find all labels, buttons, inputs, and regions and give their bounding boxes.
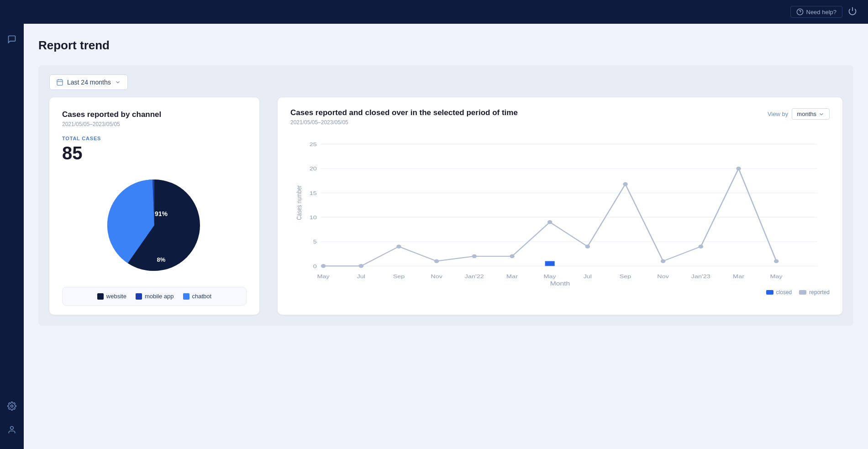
y-tick-20: 20 <box>310 166 317 172</box>
report-section: Last 24 months Cases reported by channel… <box>38 65 853 326</box>
date-filter-label: Last 24 months <box>67 79 111 86</box>
dot-reported-0 <box>321 264 326 268</box>
dot-reported-3 <box>434 259 439 263</box>
right-card-title-group: Cases reported and closed over in the se… <box>290 108 518 134</box>
sidebar-item-settings[interactable] <box>0 396 24 416</box>
legend-label-website: website <box>106 293 126 300</box>
y-axis-label: Cases number <box>295 185 302 220</box>
x-label-nov21: Nov <box>431 273 442 279</box>
y-tick-10: 10 <box>310 214 317 220</box>
x-label-jan23: Jan'23 <box>691 273 710 279</box>
legend-label-reported: reported <box>809 289 830 296</box>
dot-reported-6 <box>547 220 552 224</box>
view-by-control: View by months <box>768 108 830 120</box>
help-button[interactable]: Need help? <box>790 6 843 18</box>
user-icon <box>7 425 16 434</box>
view-by-value: months <box>797 111 816 117</box>
x-label-jan22: Jan'22 <box>465 273 484 279</box>
cards-row: Cases reported by channel 2021/05/05–202… <box>38 90 853 326</box>
power-icon <box>848 6 857 16</box>
dot-reported-4 <box>472 254 477 259</box>
line-chart-svg: Cases number 0 5 <box>290 139 830 285</box>
legend-color-reported <box>799 290 806 295</box>
right-card-header: Cases reported and closed over in the se… <box>290 108 830 134</box>
svg-point-4 <box>11 427 14 430</box>
sidebar-item-chat[interactable] <box>0 29 24 49</box>
x-label-jul22: Jul <box>584 273 592 279</box>
pie-chart-container: 91% 8% <box>62 173 247 278</box>
x-label-jul21: Jul <box>357 273 366 279</box>
dot-reported-5 <box>510 254 514 259</box>
total-cases-value: 85 <box>62 143 247 164</box>
left-card-title: Cases reported by channel <box>62 110 247 119</box>
right-card-date: 2021/05/05–2023/05/05 <box>290 119 518 126</box>
dot-reported-7 <box>585 244 590 248</box>
x-label-may22: May <box>544 273 557 279</box>
x-label-nov22: Nov <box>657 273 669 279</box>
sidebar-item-user[interactable] <box>0 420 24 440</box>
x-label-mar22: Mar <box>506 273 518 279</box>
help-icon <box>796 8 804 16</box>
y-tick-0: 0 <box>313 263 317 269</box>
main-inner: Report trend Last 24 months Cases report… <box>24 24 868 340</box>
filter-bar: Last 24 months <box>38 65 853 90</box>
chart-legend: closed reported <box>290 289 830 296</box>
help-label: Need help? <box>806 9 837 16</box>
y-tick-5: 5 <box>313 239 317 245</box>
topbar: Need help? <box>0 0 868 24</box>
legend-item-website: website <box>97 293 126 300</box>
legend-item-chatbot: chatbot <box>183 293 212 300</box>
y-tick-25: 25 <box>310 141 317 147</box>
legend-label-chatbot: chatbot <box>192 293 212 300</box>
x-label-may23: May <box>770 273 783 279</box>
power-button[interactable] <box>848 6 857 18</box>
dot-reported-9 <box>661 259 665 263</box>
pie-svg: 91% 8% <box>102 173 207 278</box>
dot-reported-11 <box>736 167 741 171</box>
pie-label-91: 91% <box>155 210 168 217</box>
left-card: Cases reported by channel 2021/05/05–202… <box>49 97 259 315</box>
chat-icon <box>7 35 16 44</box>
dot-reported-12 <box>774 259 779 263</box>
legend-dot-chatbot <box>183 293 189 300</box>
settings-icon <box>7 401 16 411</box>
legend: website mobile app chatbot <box>62 287 247 306</box>
x-label-may21: May <box>317 273 330 279</box>
dot-reported-8 <box>623 182 627 186</box>
legend-dot-mobile <box>136 293 142 300</box>
x-label-sep22: Sep <box>620 273 631 279</box>
sidebar-bottom <box>0 394 24 449</box>
right-card: Cases reported and closed over in the se… <box>278 97 842 315</box>
sidebar: S< <box>0 0 24 449</box>
total-cases-label: TOTAL CASES <box>62 136 247 141</box>
x-label-mar23: Mar <box>733 273 745 279</box>
closed-bar <box>545 261 555 266</box>
view-by-select[interactable]: months <box>792 108 830 120</box>
page-title: Report trend <box>38 38 853 53</box>
pie-label-8: 8% <box>157 256 166 263</box>
chart-legend-closed: closed <box>766 289 792 296</box>
legend-item-mobile: mobile app <box>136 293 174 300</box>
chevron-down-icon-viewby <box>818 111 825 117</box>
view-by-label: View by <box>768 111 788 117</box>
legend-color-closed <box>766 290 773 295</box>
pie-chart: 91% 8% <box>102 173 207 278</box>
main-content: Report trend Last 24 months Cases report… <box>24 24 868 449</box>
legend-label-closed: closed <box>776 289 792 296</box>
calendar-icon <box>56 79 63 86</box>
legend-label-mobile: mobile app <box>145 293 174 300</box>
y-tick-15: 15 <box>310 190 317 196</box>
legend-dot-website <box>97 293 104 300</box>
line-chart-area: Cases number 0 5 <box>290 139 830 285</box>
date-filter-button[interactable]: Last 24 months <box>49 74 128 90</box>
svg-rect-5 <box>57 80 63 85</box>
chart-legend-reported: reported <box>799 289 830 296</box>
x-axis-label: Month <box>550 280 570 285</box>
chevron-down-icon <box>115 79 121 85</box>
dot-reported-2 <box>396 244 401 248</box>
svg-point-3 <box>11 405 13 407</box>
x-label-sep21: Sep <box>393 273 405 279</box>
dot-reported-10 <box>699 244 703 248</box>
right-card-title: Cases reported and closed over in the se… <box>290 108 518 117</box>
dot-reported-1 <box>359 264 363 268</box>
